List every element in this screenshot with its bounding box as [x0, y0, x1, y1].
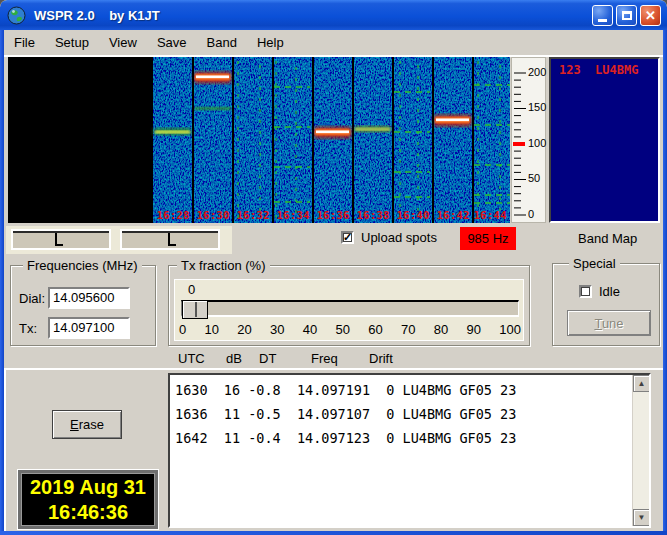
scale-label: 50 — [528, 172, 540, 184]
clock-time: 16:46:36 — [48, 500, 128, 525]
upload-spots-control[interactable]: ✓ Upload spots — [341, 230, 437, 245]
clock-display: 2019 Aug 31 16:46:36 — [18, 470, 158, 529]
decode-row: 1636 11 -0.5 14.097107 0 LU4BMG GF05 23 — [170, 402, 649, 426]
waterfall-time-label: 16:28 — [153, 209, 193, 222]
tune-button-label: T — [594, 316, 601, 331]
scroll-up-icon: ▲ — [638, 379, 646, 388]
special-group: Special Idle Tune — [552, 263, 660, 346]
waterfall-time-label: 16:32 — [233, 209, 273, 222]
tx-fraction-value: 0 — [188, 282, 195, 297]
waterfall-time-label: 16:44 — [470, 209, 510, 222]
menu-view[interactable]: View — [99, 32, 147, 53]
waterfall-time-label: 16:42 — [433, 209, 473, 222]
tick-label: 80 — [434, 322, 448, 337]
tx-fraction-inner: 0 0 10 20 30 40 50 60 70 80 90 100 — [174, 279, 524, 341]
globe-icon — [7, 6, 26, 25]
special-group-title: Special — [569, 256, 620, 271]
wspr-window: WSPR 2.0 by K1JT ✕ File Setup View Save … — [0, 0, 667, 535]
title-bar[interactable]: WSPR 2.0 by K1JT ✕ — [0, 0, 667, 30]
header-utc: UTC — [178, 351, 205, 366]
meter-needle — [168, 233, 176, 246]
tick-label: 20 — [237, 322, 251, 337]
waterfall-art — [8, 57, 510, 223]
minimize-button[interactable] — [592, 5, 613, 26]
tick-label: 30 — [270, 322, 284, 337]
decodes-scrollbar[interactable]: ▲ ▼ — [632, 375, 649, 526]
erase-button[interactable]: Erase — [52, 410, 122, 439]
upload-spots-checkbox[interactable]: ✓ — [341, 231, 354, 244]
menu-save[interactable]: Save — [147, 32, 197, 53]
header-drift: Drift — [369, 351, 393, 366]
upload-spots-label: Upload spots — [361, 230, 437, 245]
close-button[interactable]: ✕ — [640, 5, 661, 26]
dial-label: Dial: — [19, 291, 45, 306]
close-icon: ✕ — [645, 9, 656, 22]
waterfall-display: 16:28 16:30 16:32 16:34 16:36 16:38 16:4… — [8, 57, 510, 223]
scale-label: 0 — [528, 208, 534, 220]
tx-fraction-group: Tx fraction (%) 0 0 10 20 30 40 50 60 70… — [168, 265, 530, 346]
idle-label: Idle — [599, 284, 620, 299]
tx-fraction-slider-handle[interactable] — [182, 300, 208, 319]
waterfall-time-label: 16:30 — [193, 209, 233, 222]
rx-level-meter — [11, 229, 111, 250]
scale-label: 200 — [528, 66, 546, 78]
tick-label: 0 — [179, 322, 186, 337]
scroll-down-button[interactable]: ▼ — [633, 509, 650, 526]
menu-help[interactable]: Help — [247, 32, 294, 53]
waterfall-time-label: 16:36 — [313, 209, 353, 222]
band-map-entry: 123 LU4BMG — [551, 59, 658, 77]
waterfall-time-label: 16:40 — [393, 209, 433, 222]
tx-frequency-input[interactable]: 14.097100 — [48, 317, 130, 339]
tx-label: Tx: — [19, 321, 37, 336]
idle-checkbox[interactable] — [579, 285, 592, 298]
frequencies-group: Frequencies (MHz) Dial: 14.095600 Tx: 14… — [10, 265, 156, 346]
menu-setup[interactable]: Setup — [45, 32, 99, 53]
header-db: dB — [226, 351, 242, 366]
decodes-textarea[interactable]: 1630 16 -0.8 14.097191 0 LU4BMG GF05 23 … — [168, 373, 651, 528]
header-freq: Freq — [311, 351, 338, 366]
scroll-up-button[interactable]: ▲ — [633, 375, 650, 392]
window-border-bottom — [0, 531, 667, 535]
rx-freq-marker — [513, 142, 525, 146]
check-icon: ✓ — [343, 232, 352, 243]
window-border-right — [663, 30, 667, 535]
decode-row: 1630 16 -0.8 14.097191 0 LU4BMG GF05 23 — [170, 378, 649, 402]
idle-control[interactable]: Idle — [579, 284, 620, 299]
scale-label: 100 — [528, 137, 546, 149]
tx-level-meter — [120, 229, 220, 250]
bottom-panel: Erase 2019 Aug 31 16:46:36 1630 16 -0.8 … — [4, 368, 663, 531]
band-map-label: Band Map — [578, 231, 637, 246]
clock-date: 2019 Aug 31 — [30, 475, 146, 500]
tick-label: 70 — [401, 322, 415, 337]
scroll-down-icon: ▼ — [638, 513, 646, 522]
maximize-icon — [622, 11, 632, 20]
minimize-icon — [598, 19, 607, 22]
tick-label: 60 — [368, 322, 382, 337]
tune-button[interactable]: Tune — [567, 310, 651, 336]
tx-fraction-tick-labels: 0 10 20 30 40 50 60 70 80 90 100 — [179, 322, 521, 337]
waterfall-time-label: 16:38 — [353, 209, 393, 222]
window-title: WSPR 2.0 by K1JT — [34, 8, 160, 23]
meter-needle — [55, 233, 63, 246]
tick-label: 50 — [336, 322, 350, 337]
erase-button-label: E — [70, 417, 79, 432]
tick-label: 40 — [303, 322, 317, 337]
tx-fraction-slider-track[interactable] — [181, 300, 519, 317]
frequencies-group-title: Frequencies (MHz) — [23, 258, 142, 273]
maximize-button[interactable] — [616, 5, 637, 26]
menu-band[interactable]: Band — [197, 32, 247, 53]
waterfall-scale: 200 150 100 50 0 — [511, 57, 546, 223]
tick-label: 90 — [467, 322, 481, 337]
waterfall-time-label: 16:34 — [273, 209, 313, 222]
scale-label: 150 — [528, 101, 546, 113]
level-meter-strip — [6, 226, 232, 254]
tick-label: 100 — [499, 322, 521, 337]
menu-file[interactable]: File — [4, 32, 45, 53]
header-dt: DT — [259, 351, 276, 366]
dial-frequency-input[interactable]: 14.095600 — [48, 287, 130, 309]
decode-row: 1642 11 -0.4 14.097123 0 LU4BMG GF05 23 — [170, 426, 649, 450]
tx-fraction-group-title: Tx fraction (%) — [177, 258, 270, 273]
rx-freq-badge: 985 Hz — [460, 227, 516, 250]
menu-bar: File Setup View Save Band Help — [4, 30, 663, 55]
tick-label: 10 — [205, 322, 219, 337]
